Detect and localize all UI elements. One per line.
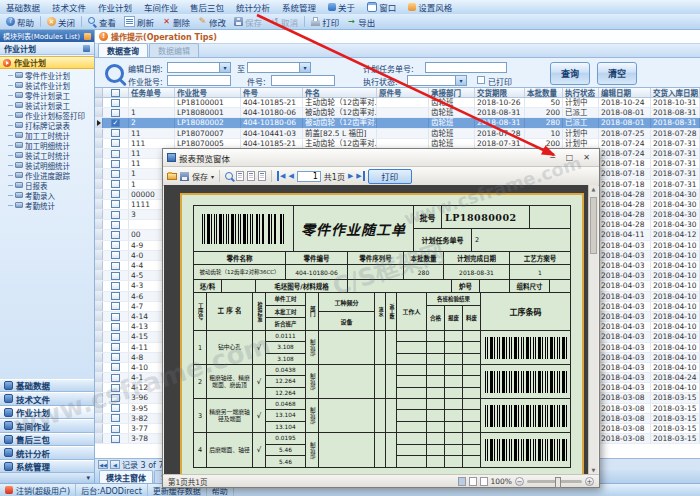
toolbar-button[interactable]: 帮助	[2, 15, 38, 29]
row-checkbox[interactable]	[103, 404, 129, 413]
menu-item[interactable]: 系统管理	[276, 1, 322, 13]
page-number-input[interactable]	[297, 171, 321, 182]
query-button[interactable]: 查询	[550, 62, 590, 85]
page-layout-icon[interactable]	[247, 171, 255, 181]
row-checkbox[interactable]	[103, 118, 129, 127]
row-checkbox[interactable]	[103, 414, 129, 423]
first-page-button[interactable]: ◀	[277, 171, 285, 181]
row-checkbox[interactable]	[103, 302, 129, 311]
plan-task-input[interactable]	[425, 62, 507, 73]
print-button[interactable]: 打印	[368, 169, 412, 184]
maximize-button[interactable]: □	[561, 151, 578, 164]
menu-item[interactable]: 统计分析	[230, 1, 276, 13]
tree-item[interactable]: 考勤录入	[0, 190, 94, 200]
page-setup-icon[interactable]	[236, 171, 244, 181]
tab-module-main[interactable]: 模块主窗体	[99, 470, 153, 483]
tab-data-edit[interactable]: 数据编辑	[149, 43, 199, 57]
header-edit-date[interactable]: 编辑日期	[599, 88, 651, 97]
tree-item[interactable]: 打标牌记录表	[0, 120, 94, 130]
edit-date-from-combo[interactable]	[167, 62, 231, 73]
printed-checkbox[interactable]	[477, 76, 485, 84]
row-checkbox[interactable]	[103, 159, 129, 168]
row-checkbox[interactable]	[103, 393, 129, 402]
tree-item[interactable]: 加工工时统计	[0, 130, 94, 140]
scroll-up-icon[interactable]: ▲	[589, 186, 598, 192]
save-dropdown-arrow[interactable]: ▾	[211, 173, 214, 180]
row-checkbox[interactable]	[103, 373, 129, 382]
toolbar-button[interactable]: 导出	[343, 15, 379, 29]
next-page-button[interactable]: ▶	[348, 171, 353, 181]
header-batch-no[interactable]: 作业批号	[175, 88, 241, 97]
save-label[interactable]: 保存	[192, 171, 208, 182]
header-part-no[interactable]: 件号	[241, 88, 303, 97]
sidebar-panel-button[interactable]: 基础数据	[0, 379, 94, 393]
toolbar-button[interactable]: 取消	[266, 15, 302, 29]
toolbar-button[interactable]: 保存	[230, 15, 266, 29]
tree-item[interactable]: 日报表	[0, 180, 94, 190]
menu-item[interactable]: 车间作业	[138, 1, 184, 13]
zoom-in-button[interactable]: +	[585, 477, 594, 486]
toolbar-button[interactable]	[81, 16, 82, 27]
tree-item[interactable]: 零件计划录工	[0, 90, 94, 100]
row-checkbox[interactable]	[103, 149, 129, 158]
menu-item[interactable]: 窗口	[361, 1, 402, 13]
sidebar-panel-button[interactable]: 技术文件	[0, 392, 94, 406]
row-checkbox[interactable]	[103, 343, 129, 352]
toolbar-button[interactable]: 查看	[84, 15, 120, 29]
last-page-button[interactable]: ▶	[356, 171, 364, 181]
row-checkbox[interactable]	[103, 271, 129, 280]
menu-item[interactable]: 作业计划	[92, 1, 138, 13]
status-bar-item[interactable]: 注销(超级用户)	[0, 484, 76, 496]
row-checkbox[interactable]	[103, 210, 129, 219]
row-checkbox[interactable]	[103, 424, 129, 433]
header-due-date[interactable]: 交货期限	[475, 88, 525, 97]
toolbar-button[interactable]	[304, 16, 305, 27]
tree-item[interactable]: 加工明细统计	[0, 140, 94, 150]
header-qty[interactable]: 本批数量	[525, 88, 563, 97]
header-instock-date[interactable]: 交货入库日期	[651, 88, 700, 97]
header-checkbox[interactable]	[103, 88, 129, 97]
first-record-button[interactable]: ◀◀	[98, 460, 108, 469]
row-checkbox[interactable]	[103, 180, 129, 189]
tree-item[interactable]: 考勤统计	[0, 200, 94, 210]
row-checkbox[interactable]	[103, 230, 129, 239]
header-department[interactable]: 承接部门	[429, 88, 475, 97]
sidebar-panel-button[interactable]: 售后三包	[0, 433, 94, 447]
table-row[interactable]: 1 LP18080001 404-10180-06 被动齿轮（12齿率对… 齿轮…	[95, 108, 700, 118]
prev-page-button[interactable]: ◀	[288, 171, 293, 181]
tree-item[interactable]: 零件作业计划	[0, 70, 94, 80]
header-task-no[interactable]: 任务单号	[129, 88, 175, 97]
open-icon[interactable]	[167, 173, 177, 180]
close-button[interactable]: ✕	[578, 151, 595, 164]
status-combo[interactable]	[407, 75, 467, 86]
sidebar-panel-button[interactable]: 系统管理	[0, 460, 94, 474]
tree-item[interactable]: 作业计划标签打印	[0, 110, 94, 120]
row-checkbox[interactable]	[103, 129, 129, 138]
tree-item[interactable]: 作业进度跟踪	[0, 170, 94, 180]
row-checkbox[interactable]	[103, 353, 129, 362]
scroll-down-icon[interactable]: ▼	[589, 467, 598, 473]
header-part-name[interactable]: 件名	[303, 88, 377, 97]
row-checkbox[interactable]	[103, 241, 129, 250]
row-checkbox[interactable]	[103, 108, 129, 117]
table-row[interactable]: 2 LP18080002 404-10180-06 被动齿轮（12齿率对… 齿轮…	[95, 118, 700, 128]
batch-input[interactable]	[167, 75, 231, 86]
save-icon[interactable]	[180, 172, 189, 181]
clear-button[interactable]: 清空	[597, 62, 637, 85]
row-checkbox[interactable]	[103, 251, 129, 260]
row-checkbox[interactable]	[103, 292, 129, 301]
status-bar-item[interactable]: 后台:ADODirect	[76, 484, 148, 496]
table-row[interactable]: LP18100001 404-10185-21 主动齿轮（12齿率对… 齿轮班 …	[95, 98, 700, 108]
prev-record-button[interactable]: ◀	[110, 460, 120, 469]
tree-item[interactable]: 装试工时统计	[0, 150, 94, 160]
tree-item[interactable]: 装试明细统计	[0, 160, 94, 170]
zoom-out-button[interactable]: −	[515, 477, 524, 486]
sidebar-group-header[interactable]: 作业计划	[0, 42, 94, 55]
header-status[interactable]: 执行状态	[563, 88, 599, 97]
view-mode-continuous-icon[interactable]	[469, 477, 477, 486]
zoom-slider-thumb[interactable]	[555, 477, 561, 488]
tree-item[interactable]: 装试作业计划	[0, 80, 94, 90]
zoom-slider[interactable]	[527, 480, 582, 483]
row-checkbox[interactable]	[103, 98, 129, 107]
view-mode-facing-icon[interactable]	[480, 477, 488, 486]
